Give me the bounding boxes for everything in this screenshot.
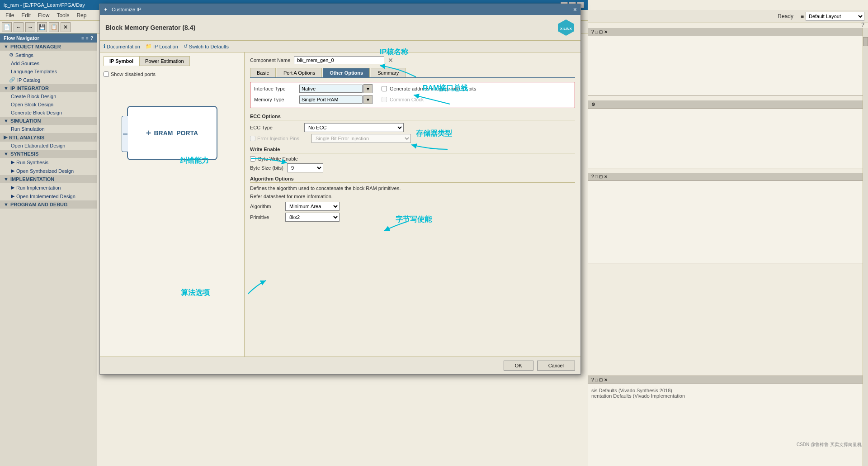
collapse-icon-rtl: ▶	[4, 134, 7, 140]
nav-item-generate-block[interactable]: Generate Block Design	[0, 109, 97, 117]
error-injection-select[interactable]: Single Bit Error Injection	[311, 134, 411, 143]
nav-section-title-impl[interactable]: ▼ IMPLEMENTATION	[0, 175, 97, 183]
watermark: CSDN @鲁棒鲁 买卖支撑向量机	[797, 442, 862, 448]
algorithm-label: Algorithm	[250, 204, 282, 209]
nav-item-open-block[interactable]: Open Block Design	[0, 100, 97, 109]
nav-item-add-sources[interactable]: Add Sources	[0, 59, 97, 67]
nav-section-title-ip[interactable]: ▼ IP INTEGRATOR	[0, 84, 97, 92]
algorithm-section: Algorithm Options Defines the algorithm …	[250, 176, 575, 222]
menu-file[interactable]: File	[2, 11, 18, 19]
ecc-section: ECC Options ECC Type No ECC Error Inject…	[250, 114, 575, 143]
error-injection-checkbox	[250, 136, 255, 141]
algorithm-row: Algorithm Minimum Area Low Power	[250, 202, 575, 211]
nav-item-run-impl[interactable]: ▶ Run Implementation	[0, 183, 97, 192]
nav-section-synthesis: ▼ SYNTHESIS ▶ Run Synthesis ▶ Open Synth…	[0, 150, 97, 175]
nav-item-create-block[interactable]: Create Block Design	[0, 92, 97, 100]
show-disabled-checkbox[interactable]	[104, 71, 109, 77]
nav-item-ip-catalog[interactable]: 🔗 IP Catalog	[0, 76, 97, 84]
log-line-2: nentation Defaults (Vivado Implementatio…	[591, 393, 864, 399]
nav-item-open-elab[interactable]: Open Elaborated Design	[0, 142, 97, 150]
flow-nav-icon2[interactable]: ≡	[86, 36, 89, 41]
tab-summary[interactable]: Summary	[371, 68, 406, 77]
nav-item-open-synth[interactable]: ▶ Open Synthesized Design	[0, 166, 97, 175]
menu-edit[interactable]: Edit	[18, 11, 34, 19]
toolbar-back[interactable]: ←	[14, 22, 24, 32]
nav-item-language-templates[interactable]: Language Templates	[0, 67, 97, 76]
dialog-app-icon: ✦	[104, 7, 108, 12]
log-panel-header: ? □ ⊡ ✕	[588, 376, 868, 384]
nav-section-title-prog[interactable]: ▼ PROGRAM AND DEBUG	[0, 200, 97, 209]
help-icon[interactable]: ?	[861, 22, 864, 28]
byte-write-enable-row: Byte Write Enable	[250, 156, 575, 162]
ecc-type-select[interactable]: No ECC	[304, 123, 404, 132]
nav-section-title-rtl[interactable]: ▶ RTL ANALYSIS	[0, 133, 97, 142]
config-panel: Component Name ✕ Basic Port A Options Ot…	[245, 52, 580, 374]
collapse-icon: ▼	[4, 44, 9, 49]
tab-power-estimation[interactable]: Power Estimation	[139, 56, 190, 66]
nav-section-title-synth[interactable]: ▼ SYNTHESIS	[0, 150, 97, 158]
byte-size-select[interactable]: 9 8	[287, 163, 323, 172]
collapse-icon-ip: ▼	[4, 86, 9, 91]
algorithm-section-title: Algorithm Options	[250, 176, 575, 183]
interface-type-label: Interface Type	[254, 86, 299, 91]
toolbar-close[interactable]: ✕	[61, 22, 71, 32]
tab-port-a[interactable]: Port A Options	[277, 68, 322, 77]
collapse-icon-prog: ▼	[4, 202, 9, 207]
menu-rep[interactable]: Rep	[73, 11, 90, 19]
menu-flow[interactable]: Flow	[34, 11, 53, 19]
layout-select[interactable]: Default Layout	[806, 12, 864, 21]
ip-location-button[interactable]: 📁 IP Location	[146, 43, 178, 49]
ok-button[interactable]: OK	[504, 361, 533, 371]
ecc-type-row: ECC Type No ECC	[250, 123, 575, 132]
nav-section-ip-integrator: ▼ IP INTEGRATOR Create Block Design Open…	[0, 84, 97, 117]
algorithm-select[interactable]: Minimum Area Low Power	[285, 202, 340, 211]
interface-type-input[interactable]	[299, 85, 363, 93]
toolbar-new[interactable]: 📄	[2, 22, 12, 32]
show-disabled-row: Show disabled ports	[104, 70, 241, 79]
menu-tools[interactable]: Tools	[53, 11, 73, 19]
nav-item-settings[interactable]: ⚙ Settings	[0, 51, 97, 59]
memory-type-dropdown[interactable]: ▼	[363, 95, 373, 104]
interface-type-dropdown[interactable]: ▼	[363, 84, 373, 93]
component-name-row: Component Name ✕	[250, 56, 575, 64]
right-scrollbar[interactable]	[863, 28, 868, 466]
gen-address-label: Generate address interface with 32 bits	[390, 86, 476, 91]
error-injection-row: Error Injection Pins Single Bit Error In…	[250, 134, 575, 143]
gen-address-checkbox[interactable]	[382, 86, 387, 91]
flow-nav-icon1[interactable]: ≡	[81, 36, 84, 41]
toolbar-copy[interactable]: 📋	[49, 22, 59, 32]
dialog-footer: OK Cancel	[100, 357, 580, 374]
common-clock-row: Common Clock	[382, 97, 424, 102]
algorithm-desc-1: Defines the algorithm used to concatenat…	[250, 185, 575, 191]
nav-section-simulation: ▼ SIMULATION Run Simulation	[0, 117, 97, 133]
nav-item-open-impl[interactable]: ▶ Open Implemented Design	[0, 192, 97, 200]
ip-catalog-icon: 🔗	[9, 77, 15, 83]
switch-defaults-button[interactable]: ↺ Switch to Defaults	[184, 43, 229, 49]
byte-write-enable-checkbox[interactable]	[250, 156, 255, 162]
byte-size-label: Byte Size (bits)	[250, 165, 283, 171]
tab-other-options[interactable]: Other Options	[323, 68, 370, 77]
bram-diagram: || + BRAM_PORTA	[127, 106, 217, 160]
primitive-select[interactable]: 8kx2	[285, 213, 340, 222]
toolbar-forward[interactable]: →	[25, 22, 35, 32]
tab-basic[interactable]: Basic	[250, 68, 276, 77]
customize-ip-dialog: ✦ Customize IP × Block Memory Generator …	[99, 4, 581, 375]
vivado-logo: XILINX	[557, 19, 575, 37]
dialog-toolbar: ℹ Documentation 📁 IP Location ↺ Switch t…	[100, 41, 580, 52]
nav-section-title-project[interactable]: ▼ PROJECT MANAGER	[0, 43, 97, 51]
tab-ip-symbol[interactable]: IP Symbol	[104, 56, 139, 66]
nav-section-title-sim[interactable]: ▼ SIMULATION	[0, 117, 97, 125]
cancel-button[interactable]: Cancel	[537, 361, 575, 371]
doc-button[interactable]: ℹ Documentation	[104, 43, 140, 49]
component-name-input[interactable]	[294, 56, 384, 64]
clear-icon[interactable]: ✕	[388, 57, 393, 64]
collapse-icon-synth: ▼	[4, 151, 9, 157]
interface-section: Interface Type ▼ Generate address interf…	[250, 82, 575, 108]
memory-type-input[interactable]	[299, 95, 363, 104]
toolbar-save[interactable]: 💾	[37, 22, 47, 32]
flow-nav-help[interactable]: ?	[90, 36, 93, 41]
nav-item-run-sim[interactable]: Run Simulation	[0, 125, 97, 133]
dialog-close-button[interactable]: ×	[573, 6, 577, 13]
scrollbar-thumb[interactable]	[863, 37, 868, 46]
nav-item-run-synth[interactable]: ▶ Run Synthesis	[0, 158, 97, 166]
